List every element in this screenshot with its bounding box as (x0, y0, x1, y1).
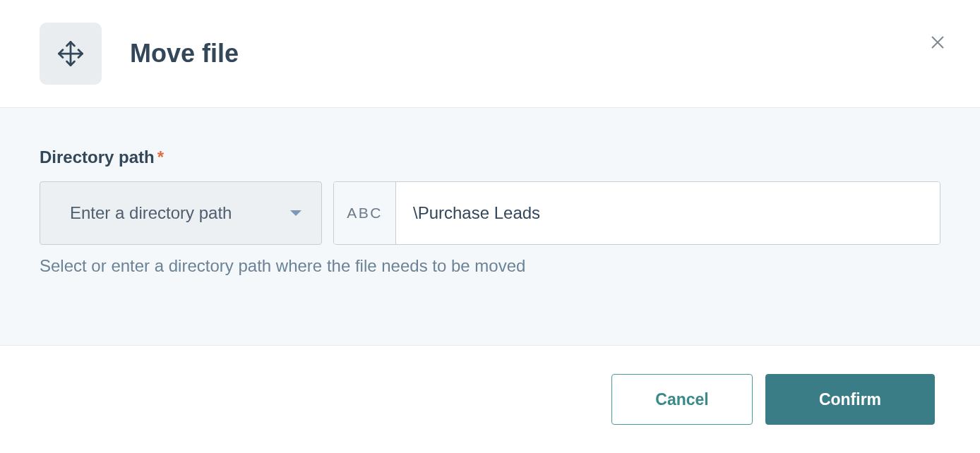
close-icon (929, 34, 946, 51)
input-row: Enter a directory path ABC (40, 181, 940, 245)
cancel-button[interactable]: Cancel (611, 374, 753, 425)
type-prefix-abc: ABC (334, 182, 396, 244)
select-placeholder: Enter a directory path (70, 203, 232, 223)
directory-path-help-text: Select or enter a directory path where t… (40, 256, 940, 276)
directory-path-input-wrap: ABC (333, 181, 940, 245)
dialog-body: Directory path* Enter a directory path A… (0, 107, 980, 346)
move-icon-container (40, 23, 102, 85)
dialog-title: Move file (130, 39, 239, 68)
directory-path-field: Directory path* Enter a directory path A… (40, 147, 940, 276)
dialog-footer: Cancel Confirm (0, 346, 980, 453)
chevron-down-icon (290, 210, 301, 216)
confirm-button[interactable]: Confirm (765, 374, 935, 425)
directory-path-label: Directory path* (40, 147, 164, 167)
required-indicator: * (157, 147, 164, 167)
directory-path-input[interactable] (396, 182, 940, 244)
directory-path-select[interactable]: Enter a directory path (40, 181, 322, 245)
close-button[interactable] (926, 31, 949, 54)
directory-path-label-text: Directory path (40, 147, 155, 167)
move-file-dialog: Move file Directory path* Enter a direct… (0, 0, 980, 453)
move-icon (55, 38, 86, 69)
dialog-header: Move file (0, 0, 980, 107)
